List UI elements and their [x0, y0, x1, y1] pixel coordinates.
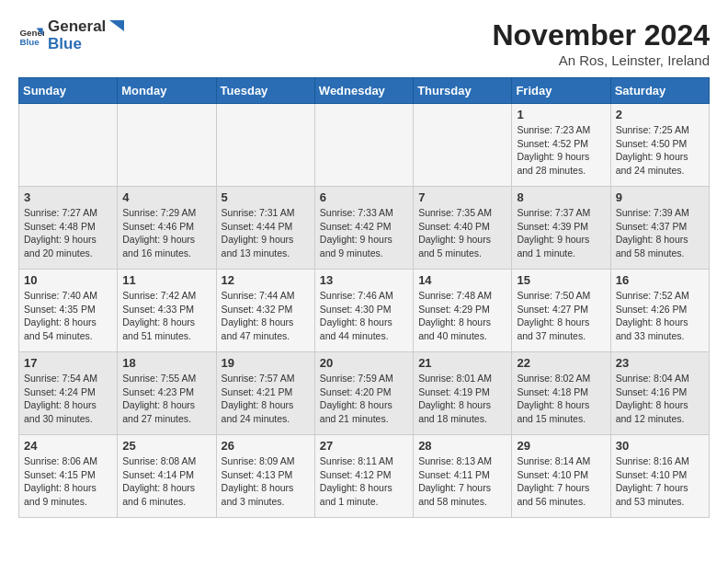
calendar-week-row: 1Sunrise: 7:23 AM Sunset: 4:52 PM Daylig… — [19, 104, 710, 187]
day-info: Sunrise: 7:59 AM Sunset: 4:20 PM Dayligh… — [320, 372, 408, 426]
day-info: Sunrise: 7:35 AM Sunset: 4:40 PM Dayligh… — [418, 206, 506, 260]
day-of-week-header: Tuesday — [216, 78, 314, 104]
day-number: 24 — [24, 439, 112, 453]
calendar-day-cell: 3Sunrise: 7:27 AM Sunset: 4:48 PM Daylig… — [19, 187, 118, 270]
day-number: 3 — [24, 190, 112, 204]
day-number: 7 — [418, 190, 506, 204]
day-number: 17 — [24, 356, 112, 370]
calendar-week-row: 3Sunrise: 7:27 AM Sunset: 4:48 PM Daylig… — [19, 187, 710, 270]
day-info: Sunrise: 7:52 AM Sunset: 4:26 PM Dayligh… — [616, 289, 704, 343]
calendar-day-cell: 28Sunrise: 8:13 AM Sunset: 4:11 PM Dayli… — [414, 435, 512, 518]
day-number: 9 — [616, 190, 704, 204]
calendar-day-cell: 12Sunrise: 7:44 AM Sunset: 4:32 PM Dayli… — [216, 270, 314, 352]
calendar-day-cell: 15Sunrise: 7:50 AM Sunset: 4:27 PM Dayli… — [512, 270, 610, 352]
calendar-day-cell — [314, 104, 413, 187]
day-info: Sunrise: 7:54 AM Sunset: 4:24 PM Dayligh… — [24, 372, 112, 426]
calendar-day-cell: 18Sunrise: 7:55 AM Sunset: 4:23 PM Dayli… — [118, 352, 216, 435]
day-number: 8 — [517, 190, 605, 204]
day-number: 4 — [122, 190, 210, 204]
calendar-day-cell: 6Sunrise: 7:33 AM Sunset: 4:42 PM Daylig… — [314, 187, 413, 270]
day-info: Sunrise: 8:08 AM Sunset: 4:14 PM Dayligh… — [122, 454, 210, 509]
day-info: Sunrise: 7:57 AM Sunset: 4:21 PM Dayligh… — [222, 372, 310, 426]
day-number: 6 — [320, 190, 408, 204]
day-number: 20 — [320, 356, 408, 370]
day-number: 2 — [616, 108, 704, 121]
calendar-day-cell: 20Sunrise: 7:59 AM Sunset: 4:20 PM Dayli… — [314, 352, 413, 435]
month-title: November 2024 — [492, 18, 710, 52]
day-info: Sunrise: 8:04 AM Sunset: 4:16 PM Dayligh… — [616, 372, 704, 426]
day-of-week-header: Friday — [512, 78, 610, 104]
day-number: 1 — [517, 108, 605, 121]
calendar-day-cell: 2Sunrise: 7:25 AM Sunset: 4:50 PM Daylig… — [610, 104, 709, 187]
day-number: 28 — [418, 439, 506, 453]
day-info: Sunrise: 7:27 AM Sunset: 4:48 PM Dayligh… — [24, 206, 112, 260]
calendar-day-cell — [19, 104, 118, 187]
calendar-day-cell: 25Sunrise: 8:08 AM Sunset: 4:14 PM Dayli… — [118, 435, 216, 518]
day-info: Sunrise: 8:16 AM Sunset: 4:10 PM Dayligh… — [616, 454, 704, 509]
calendar-day-cell: 30Sunrise: 8:16 AM Sunset: 4:10 PM Dayli… — [610, 435, 709, 518]
calendar-day-cell: 29Sunrise: 8:14 AM Sunset: 4:10 PM Dayli… — [512, 435, 610, 518]
day-number: 13 — [320, 273, 408, 287]
day-number: 10 — [24, 273, 112, 287]
day-number: 27 — [320, 439, 408, 453]
calendar-day-cell — [118, 104, 216, 187]
day-number: 30 — [616, 439, 704, 453]
day-info: Sunrise: 8:14 AM Sunset: 4:10 PM Dayligh… — [517, 454, 605, 509]
day-number: 25 — [122, 439, 210, 453]
day-of-week-header: Monday — [118, 78, 216, 104]
day-info: Sunrise: 8:01 AM Sunset: 4:19 PM Dayligh… — [418, 372, 506, 426]
calendar-day-cell — [216, 104, 314, 187]
day-number: 26 — [222, 439, 310, 453]
day-of-week-header: Saturday — [610, 78, 709, 104]
calendar-day-cell: 24Sunrise: 8:06 AM Sunset: 4:15 PM Dayli… — [19, 435, 118, 518]
day-info: Sunrise: 8:02 AM Sunset: 4:18 PM Dayligh… — [517, 372, 605, 426]
day-number: 16 — [616, 273, 704, 287]
svg-text:Blue: Blue — [19, 37, 40, 47]
calendar-day-cell: 16Sunrise: 7:52 AM Sunset: 4:26 PM Dayli… — [610, 270, 709, 352]
day-number: 22 — [517, 356, 605, 370]
day-info: Sunrise: 7:23 AM Sunset: 4:52 PM Dayligh… — [517, 123, 605, 178]
logo-blue-text: Blue — [48, 35, 126, 53]
day-number: 23 — [616, 356, 704, 370]
day-info: Sunrise: 7:40 AM Sunset: 4:35 PM Dayligh… — [24, 289, 112, 343]
calendar-day-cell: 13Sunrise: 7:46 AM Sunset: 4:30 PM Dayli… — [314, 270, 413, 352]
logo-text: General — [48, 18, 126, 37]
location: An Ros, Leinster, Ireland — [492, 52, 710, 68]
day-number: 21 — [418, 356, 506, 370]
day-number: 19 — [222, 356, 310, 370]
calendar-day-cell: 23Sunrise: 8:04 AM Sunset: 4:16 PM Dayli… — [610, 352, 709, 435]
calendar-day-cell: 26Sunrise: 8:09 AM Sunset: 4:13 PM Dayli… — [216, 435, 314, 518]
calendar-day-cell: 8Sunrise: 7:37 AM Sunset: 4:39 PM Daylig… — [512, 187, 610, 270]
calendar-day-cell: 14Sunrise: 7:48 AM Sunset: 4:29 PM Dayli… — [414, 270, 512, 352]
calendar-day-cell: 10Sunrise: 7:40 AM Sunset: 4:35 PM Dayli… — [19, 270, 118, 352]
title-area: November 2024 An Ros, Leinster, Ireland — [492, 18, 710, 68]
svg-marker-3 — [109, 20, 124, 31]
day-number: 11 — [122, 273, 210, 287]
day-info: Sunrise: 7:44 AM Sunset: 4:32 PM Dayligh… — [222, 289, 310, 343]
calendar-day-cell: 21Sunrise: 8:01 AM Sunset: 4:19 PM Dayli… — [414, 352, 512, 435]
calendar-week-row: 24Sunrise: 8:06 AM Sunset: 4:15 PM Dayli… — [19, 435, 710, 518]
calendar-week-row: 17Sunrise: 7:54 AM Sunset: 4:24 PM Dayli… — [19, 352, 710, 435]
day-info: Sunrise: 8:09 AM Sunset: 4:13 PM Dayligh… — [222, 454, 310, 509]
day-number: 15 — [517, 273, 605, 287]
calendar-table: SundayMondayTuesdayWednesdayThursdayFrid… — [18, 77, 710, 518]
day-number: 12 — [222, 273, 310, 287]
calendar-day-cell: 22Sunrise: 8:02 AM Sunset: 4:18 PM Dayli… — [512, 352, 610, 435]
calendar-day-cell: 4Sunrise: 7:29 AM Sunset: 4:46 PM Daylig… — [118, 187, 216, 270]
day-number: 14 — [418, 273, 506, 287]
calendar-day-cell: 27Sunrise: 8:11 AM Sunset: 4:12 PM Dayli… — [314, 435, 413, 518]
day-info: Sunrise: 7:48 AM Sunset: 4:29 PM Dayligh… — [418, 289, 506, 343]
calendar-day-cell: 1Sunrise: 7:23 AM Sunset: 4:52 PM Daylig… — [512, 104, 610, 187]
calendar-day-cell: 5Sunrise: 7:31 AM Sunset: 4:44 PM Daylig… — [216, 187, 314, 270]
day-info: Sunrise: 8:13 AM Sunset: 4:11 PM Dayligh… — [418, 454, 506, 509]
day-info: Sunrise: 7:31 AM Sunset: 4:44 PM Dayligh… — [222, 206, 310, 260]
day-info: Sunrise: 7:37 AM Sunset: 4:39 PM Dayligh… — [517, 206, 605, 260]
day-of-week-header: Thursday — [414, 78, 512, 104]
day-of-week-header: Sunday — [19, 78, 118, 104]
calendar-day-cell: 17Sunrise: 7:54 AM Sunset: 4:24 PM Dayli… — [19, 352, 118, 435]
logo-icon: General Blue — [18, 23, 44, 49]
calendar-day-cell: 19Sunrise: 7:57 AM Sunset: 4:21 PM Dayli… — [216, 352, 314, 435]
day-of-week-header: Wednesday — [314, 78, 413, 104]
day-info: Sunrise: 7:46 AM Sunset: 4:30 PM Dayligh… — [320, 289, 408, 343]
day-info: Sunrise: 7:50 AM Sunset: 4:27 PM Dayligh… — [517, 289, 605, 343]
